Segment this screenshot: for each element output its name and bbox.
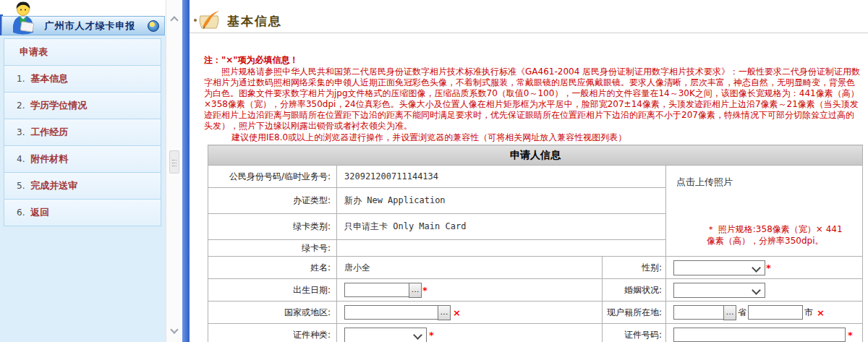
country-label: 国家或地区:	[208, 302, 337, 324]
globe-icon[interactable]	[148, 20, 159, 32]
marital-cell	[666, 279, 863, 302]
residence-cell: …省市×	[666, 302, 863, 324]
residence-label: 现户籍所在地:	[603, 302, 666, 324]
city-suffix: 市	[804, 307, 813, 317]
scroll-down-icon[interactable]	[170, 325, 178, 333]
sidebar: 广州市人才绿卡申报 申请表 1. 基本信息 2. 学历学位情况 3. 工作经历 …	[0, 0, 166, 342]
menu-item-label: 工作经历	[30, 127, 68, 137]
note-browser-hint: 建议使用IE8.0或以上的浏览器进行操作，并设置浏览器的兼容性（可将相关网址放入…	[204, 132, 862, 143]
residence-required-marker: ×	[817, 307, 825, 318]
sidebar-scrollbar[interactable]	[166, 0, 182, 342]
photo-panel: 点击上传照片 ＊ 照片规格:358像素（宽）× 441像素（高），分辨率350d…	[666, 166, 863, 257]
id-doc-number-label: 证件号码:	[603, 324, 666, 342]
card-no-value	[337, 240, 666, 257]
birth-required-marker: *	[422, 285, 427, 296]
note-required-hint: 注："×"项为必填信息！	[204, 55, 862, 66]
gender-select[interactable]	[673, 260, 765, 275]
menu-item-number: 2.	[17, 101, 25, 111]
residence-picker-button[interactable]: …	[723, 305, 736, 320]
id-number-value: 320921200711144134	[337, 166, 666, 188]
cert-type-value: 新办 New Application	[337, 188, 666, 214]
cert-type-label: 办证类型:	[208, 188, 337, 214]
page-title-bar: 基本信息	[190, 0, 868, 33]
name-label: 姓名:	[208, 257, 337, 279]
menu-item-number: 5.	[17, 181, 25, 191]
note-block: 注："×"项为必填信息！ 照片规格请参照中华人民共和国第二代居民身份证数字相片技…	[204, 55, 862, 143]
birth-date-picker-button[interactable]: …	[409, 283, 422, 298]
birth-date-input[interactable]	[344, 283, 409, 297]
birth-date-label: 出生日期:	[208, 279, 337, 302]
gender-required-marker: *	[766, 262, 771, 273]
sidebar-item-basic-info[interactable]: 1. 基本信息	[4, 65, 161, 93]
menu-item-label: 附件材料	[30, 153, 68, 164]
id-doc-number-required-marker: *	[848, 330, 853, 341]
table-header: 申请人信息	[208, 145, 863, 166]
country-required-marker: ×	[453, 307, 461, 318]
id-type-cell: *	[337, 324, 603, 342]
country-cell: …×	[337, 302, 603, 324]
id-doc-number-input[interactable]	[673, 328, 846, 342]
menu-item-number: 4.	[17, 154, 25, 164]
sidebar-item-education[interactable]: 2. 学历学位情况	[4, 92, 161, 119]
marital-status-select[interactable]	[673, 283, 765, 298]
menu-item-label: 申请表	[20, 46, 48, 57]
sidebar-item-submit[interactable]: 5. 完成并送审	[4, 172, 161, 200]
card-class-value: 只申请主卡 Only Main Card	[337, 214, 666, 240]
sidebar-item-work-history[interactable]: 3. 工作经历	[4, 119, 161, 146]
sidebar-item-return[interactable]: 6. 返回	[4, 199, 161, 226]
card-class-label: 绿卡类别:	[208, 214, 337, 240]
gender-label: 性别:	[603, 257, 666, 279]
id-type-label: 证件种类:	[208, 324, 337, 342]
note-photo-spec-paragraph: 照片规格请参照中华人民共和国第二代居民身份证数字相片技术标准执行标准《GA461…	[204, 67, 862, 132]
memo-quill-icon	[193, 9, 224, 35]
menu-item-label: 基本信息	[30, 73, 68, 84]
applicant-info-table: 申请人信息 公民身份号码/临时业务号: 320921200711144134 点…	[208, 145, 863, 342]
province-suffix: 省	[738, 307, 746, 317]
id-number-label: 公民身份号码/临时业务号:	[208, 166, 337, 188]
sidebar-menu: 申请表 1. 基本信息 2. 学历学位情况 3. 工作经历 4. 附件材料 5.…	[4, 38, 161, 226]
page-title: 基本信息	[227, 13, 282, 30]
sidebar-item-application-form[interactable]: 申请表	[4, 38, 161, 66]
marital-status-label: 婚姻状况:	[603, 279, 666, 302]
country-picker-button[interactable]: …	[438, 305, 451, 320]
residence-province-input[interactable]	[673, 305, 724, 320]
main-content: 基本信息 注："×"项为必填信息！ 照片规格请参照中华人民共和国第二代居民身份证…	[190, 0, 868, 342]
panel-divider	[182, 0, 190, 342]
id-type-required-marker: *	[429, 330, 434, 341]
sidebar-item-attachments[interactable]: 4. 附件材料	[4, 145, 161, 173]
photo-spec-text: ＊ 照片规格:358像素（宽）× 441像素（高），分辨率350dpi。	[707, 223, 848, 247]
upload-photo-link[interactable]: 点击上传照片	[676, 176, 733, 189]
scrollbar-thumb[interactable]	[169, 150, 179, 174]
residence-city-input[interactable]	[748, 305, 803, 320]
card-no-label: 绿卡号:	[208, 240, 337, 257]
birth-date-cell: …*	[337, 279, 603, 302]
scroll-up-icon[interactable]	[170, 16, 178, 24]
menu-item-number: 1.	[17, 74, 25, 84]
person-at-laptop-icon	[9, 0, 38, 38]
menu-item-label: 完成并送审	[30, 180, 77, 191]
menu-item-label: 学历学位情况	[30, 100, 87, 111]
menu-item-number: 3.	[17, 127, 25, 137]
gender-cell: *	[666, 257, 863, 279]
menu-item-label: 返回	[30, 207, 49, 218]
name-value: 唐小全	[337, 257, 603, 279]
country-input[interactable]	[344, 305, 438, 320]
id-doc-number-cell: *	[666, 324, 863, 342]
id-type-select[interactable]	[344, 328, 427, 342]
menu-item-number: 6.	[17, 208, 25, 218]
